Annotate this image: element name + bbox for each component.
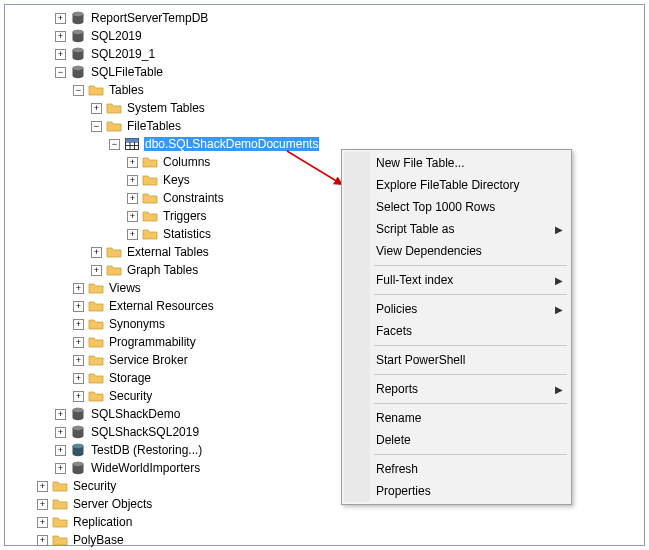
tree-node-label[interactable]: Security <box>72 479 117 493</box>
expand-toggle[interactable]: + <box>127 229 138 240</box>
menu-item[interactable]: Reports▶ <box>344 378 569 400</box>
expand-toggle[interactable]: + <box>37 499 48 510</box>
tree-node[interactable]: +System Tables <box>21 99 631 117</box>
expand-toggle[interactable]: + <box>127 211 138 222</box>
expand-toggle[interactable]: + <box>91 247 102 258</box>
expand-toggle[interactable]: + <box>55 427 66 438</box>
expand-toggle[interactable]: + <box>37 481 48 492</box>
tree-node-label[interactable]: External Tables <box>126 245 210 259</box>
context-menu[interactable]: New File Table...Explore FileTable Direc… <box>341 149 572 505</box>
expand-toggle[interactable]: + <box>73 391 84 402</box>
folder-icon <box>106 262 122 278</box>
svg-point-15 <box>73 408 84 412</box>
expand-toggle[interactable]: + <box>37 535 48 546</box>
menu-item[interactable]: Script Table as▶ <box>344 218 569 240</box>
expand-toggle[interactable]: + <box>91 265 102 276</box>
chevron-right-icon: ▶ <box>555 304 563 315</box>
tree-node-label[interactable]: Tables <box>108 83 145 97</box>
menu-item[interactable]: Explore FileTable Directory <box>344 174 569 196</box>
tree-node[interactable]: +SQL2019 <box>21 27 631 45</box>
menu-item[interactable]: Select Top 1000 Rows <box>344 196 569 218</box>
menu-item[interactable]: Start PowerShell <box>344 349 569 371</box>
tree-node-label[interactable]: Programmability <box>108 335 197 349</box>
tree-node-label[interactable]: TestDB (Restoring...) <box>90 443 203 457</box>
menu-item[interactable]: New File Table... <box>344 152 569 174</box>
expand-toggle[interactable]: + <box>55 463 66 474</box>
tree-node-label[interactable]: ReportServerTempDB <box>90 11 209 25</box>
tree-node-label[interactable]: Constraints <box>162 191 225 205</box>
expand-toggle[interactable]: + <box>91 103 102 114</box>
tree-node-label[interactable]: Views <box>108 281 142 295</box>
expand-toggle[interactable]: + <box>127 157 138 168</box>
db-icon <box>70 46 86 62</box>
collapse-toggle[interactable]: − <box>109 139 120 150</box>
expand-toggle[interactable]: + <box>55 49 66 60</box>
db-icon <box>70 460 86 476</box>
collapse-toggle[interactable]: − <box>55 67 66 78</box>
menu-item[interactable]: Delete <box>344 429 569 451</box>
tree-node[interactable]: −SQLFileTable <box>21 63 631 81</box>
menu-item-label: Policies <box>376 302 417 316</box>
tree-node[interactable]: −FileTables <box>21 117 631 135</box>
expand-toggle[interactable]: + <box>127 193 138 204</box>
expand-toggle[interactable]: + <box>55 445 66 456</box>
tree-node[interactable]: +Replication <box>21 513 631 531</box>
chevron-right-icon: ▶ <box>555 224 563 235</box>
menu-item[interactable]: Full-Text index▶ <box>344 269 569 291</box>
tree-node-label[interactable]: Server Objects <box>72 497 153 511</box>
tree-node-label[interactable]: SQL2019 <box>90 29 143 43</box>
expand-toggle[interactable]: + <box>73 283 84 294</box>
expand-toggle[interactable]: + <box>73 301 84 312</box>
tree-node[interactable]: +SQL2019_1 <box>21 45 631 63</box>
tree-node[interactable]: −Tables <box>21 81 631 99</box>
tree-node-label[interactable]: FileTables <box>126 119 182 133</box>
tree-node-label[interactable]: Columns <box>162 155 211 169</box>
tree-node-label[interactable]: Statistics <box>162 227 212 241</box>
menu-item-label: Reports <box>376 382 418 396</box>
expand-toggle[interactable]: + <box>73 337 84 348</box>
expand-toggle[interactable]: + <box>55 31 66 42</box>
tree-node-label[interactable]: Triggers <box>162 209 208 223</box>
tree-node-label[interactable]: WideWorldImporters <box>90 461 201 475</box>
tree-node-label[interactable]: Synonyms <box>108 317 166 331</box>
folder-icon <box>88 316 104 332</box>
tree-node-label[interactable]: Replication <box>72 515 133 529</box>
collapse-toggle[interactable]: − <box>91 121 102 132</box>
tree-node-label[interactable]: Graph Tables <box>126 263 199 277</box>
tree-node-label[interactable]: Keys <box>162 173 191 187</box>
tree-node-label[interactable]: System Tables <box>126 101 206 115</box>
menu-item-label: Delete <box>376 433 411 447</box>
menu-item-label: New File Table... <box>376 156 464 170</box>
tree-node-label[interactable]: Storage <box>108 371 152 385</box>
expand-toggle[interactable]: + <box>73 373 84 384</box>
menu-item[interactable]: Refresh <box>344 458 569 480</box>
menu-item[interactable]: Facets <box>344 320 569 342</box>
expand-toggle[interactable]: + <box>127 175 138 186</box>
menu-item[interactable]: View Dependencies <box>344 240 569 262</box>
tree-node-label[interactable]: SQLShackSQL2019 <box>90 425 200 439</box>
tree-node-label[interactable]: dbo.SQLShackDemoDocuments <box>144 137 319 151</box>
expand-toggle[interactable]: + <box>55 409 66 420</box>
tree-node-label[interactable]: SQL2019_1 <box>90 47 156 61</box>
expand-toggle[interactable]: + <box>73 355 84 366</box>
folder-icon <box>142 208 158 224</box>
tree-node[interactable]: +ReportServerTempDB <box>21 9 631 27</box>
tree-node-label[interactable]: Service Broker <box>108 353 189 367</box>
svg-point-7 <box>73 66 84 70</box>
tree-node-label[interactable]: SQLShackDemo <box>90 407 181 421</box>
menu-item[interactable]: Properties <box>344 480 569 502</box>
tree-node[interactable]: +PolyBase <box>21 531 631 549</box>
menu-item[interactable]: Policies▶ <box>344 298 569 320</box>
menu-item[interactable]: Rename <box>344 407 569 429</box>
collapse-toggle[interactable]: − <box>73 85 84 96</box>
tree-node-label[interactable]: SQLFileTable <box>90 65 164 79</box>
db-restore-icon <box>70 442 86 458</box>
folder-icon <box>52 514 68 530</box>
expand-toggle[interactable]: + <box>73 319 84 330</box>
expand-toggle[interactable]: + <box>37 517 48 528</box>
expand-toggle[interactable]: + <box>55 13 66 24</box>
svg-point-1 <box>73 12 84 16</box>
tree-node-label[interactable]: External Resources <box>108 299 215 313</box>
tree-node-label[interactable]: Security <box>108 389 153 403</box>
tree-node-label[interactable]: PolyBase <box>72 533 125 547</box>
